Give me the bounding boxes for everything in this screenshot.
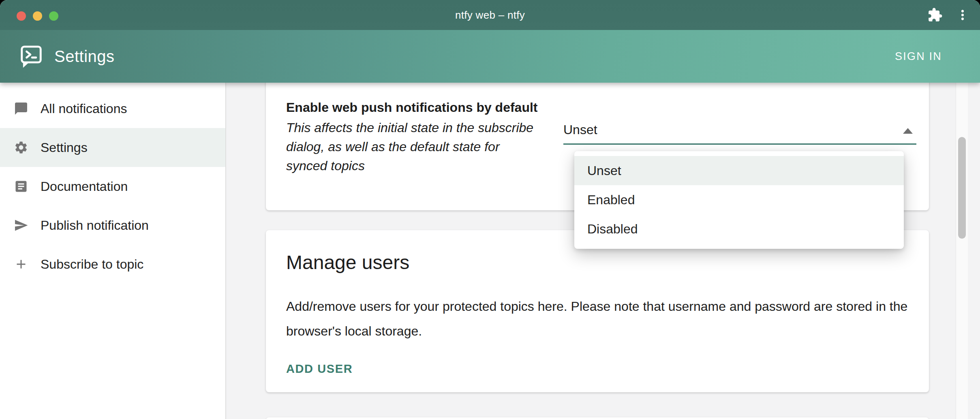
sidebar-item-label: All notifications (41, 101, 127, 116)
arrow-drop-up-icon (903, 128, 913, 134)
more-vert-icon[interactable] (955, 7, 970, 23)
add-user-button[interactable]: ADD USER (286, 362, 353, 376)
scrollbar-thumb[interactable] (958, 137, 966, 239)
sidebar-item-all-notifications[interactable]: All notifications (0, 89, 225, 128)
menu-option-unset[interactable]: Unset (574, 156, 904, 185)
chat-bubble-icon (14, 101, 28, 116)
select-underline (563, 143, 916, 145)
extension-icon[interactable] (927, 7, 943, 23)
titlebar: ntfy web – ntfy (0, 0, 980, 30)
card-title: Manage users (286, 251, 409, 274)
sidebar-item-publish-notification[interactable]: Publish notification (0, 206, 225, 245)
sidebar: All notifications Settings Documentation… (0, 83, 226, 419)
sidebar-item-subscribe-to-topic[interactable]: Subscribe to topic (0, 245, 225, 284)
article-icon (14, 179, 28, 194)
setting-label: Enable web push notifications by default (286, 100, 538, 115)
web-push-default-select[interactable]: Unset (563, 122, 916, 149)
zoom-button[interactable] (49, 11, 58, 21)
minimize-button[interactable] (33, 11, 42, 21)
sidebar-item-label: Documentation (41, 179, 128, 194)
sidebar-item-settings[interactable]: Settings (0, 128, 225, 167)
plus-icon (14, 257, 28, 271)
browser-window: ntfy web – ntfy Settings SIGN IN (0, 0, 980, 419)
manage-users-card: Manage users Add/remove users for your p… (266, 230, 929, 392)
traffic-lights (17, 11, 58, 21)
menu-option-disabled[interactable]: Disabled (574, 214, 904, 244)
setting-description: This affects the initial state in the su… (286, 118, 537, 175)
select-dropdown-menu: Unset Enabled Disabled (574, 151, 904, 249)
page-title: Settings (54, 47, 115, 66)
sidebar-item-label: Settings (41, 140, 88, 155)
scrollbar-track[interactable] (956, 83, 968, 419)
gear-icon (14, 140, 28, 155)
close-button[interactable] (17, 11, 26, 21)
appbar: Settings SIGN IN (0, 30, 980, 83)
sidebar-item-documentation[interactable]: Documentation (0, 167, 225, 206)
select-value: Unset (563, 122, 597, 137)
menu-option-enabled[interactable]: Enabled (574, 185, 904, 214)
next-card-partial (266, 417, 929, 419)
window-title: ntfy web – ntfy (0, 9, 980, 21)
sidebar-item-label: Subscribe to topic (41, 257, 143, 272)
sidebar-item-label: Publish notification (41, 218, 149, 233)
settings-content: Enable web push notifications by default… (226, 83, 968, 419)
card-description: Add/remove users for your protected topi… (286, 294, 912, 344)
send-icon (14, 218, 28, 233)
ntfy-logo-icon (19, 43, 44, 71)
sign-in-button[interactable]: SIGN IN (889, 46, 948, 67)
